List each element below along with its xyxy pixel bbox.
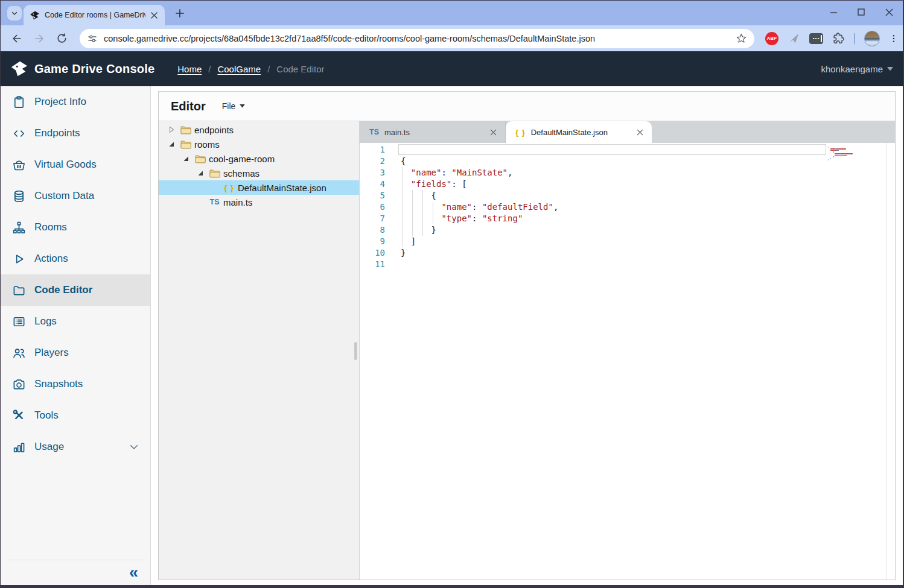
sidebar-item-usage[interactable]: Usage [1, 431, 150, 463]
database-icon [12, 189, 26, 203]
sidebar-collapse-button[interactable]: « [129, 564, 138, 581]
tree-item-defaultmainstate-json[interactable]: { }DefaultMainState.json [159, 180, 359, 195]
new-tab-button[interactable] [172, 5, 188, 21]
minimap-line [829, 155, 883, 156]
editor-panel-body: endpointsroomscool-game-roomschemas{ }De… [159, 121, 895, 580]
chevron-down-icon [11, 10, 18, 17]
browser-tab-strip: Code Editor rooms | GameDrive [1, 1, 903, 25]
tree-item-endpoints[interactable]: endpoints [159, 122, 359, 137]
brand[interactable]: Game Drive Console [10, 60, 154, 78]
indent-guide [402, 190, 403, 201]
back-button[interactable] [8, 30, 26, 48]
browser-menu-icon[interactable] [889, 34, 899, 43]
tree-expanded-arrow-icon[interactable] [180, 154, 192, 163]
tree-expanded-arrow-icon[interactable] [165, 139, 177, 149]
tree-scrollbar[interactable] [354, 342, 357, 360]
profile-avatar[interactable] [864, 31, 880, 46]
file-menu-label: File [222, 101, 236, 111]
editor-panel: Editor File endpointsroomscool-game-room… [158, 91, 896, 580]
file-tree: endpointsroomscool-game-roomschemas{ }De… [159, 121, 360, 580]
code-line: 2{ [360, 156, 895, 167]
tree-item-cool-game-room[interactable]: cool-game-room [159, 151, 359, 166]
code-line: 10} [360, 247, 895, 259]
forward-button[interactable] [30, 30, 48, 48]
extensions-puzzle-icon[interactable] [832, 32, 845, 45]
tree-item-schemas[interactable]: schemas [159, 166, 359, 180]
sidebar-item-label: Players [34, 347, 69, 359]
indent-guide [402, 224, 403, 236]
sidebar-item-players[interactable]: Players [1, 337, 150, 368]
sidebar-item-label: Actions [34, 253, 68, 265]
sidebar-item-label: Logs [34, 315, 57, 327]
sidebar-item-label: Snapshots [34, 378, 83, 390]
url-text[interactable]: console.gamedrive.cc/projects/68a045fbde… [104, 34, 736, 43]
tree-arrow-spacer [209, 183, 221, 192]
editor-tab-main-ts[interactable]: TSmain.ts [360, 121, 506, 143]
breadcrumb-item-home[interactable]: Home [177, 64, 202, 74]
camera-icon [12, 378, 26, 391]
minimap[interactable] [829, 145, 883, 163]
window-controls [820, 1, 903, 24]
code-line: 3 "name": "MainState", [360, 167, 895, 179]
minimap-line [829, 145, 883, 147]
bookmark-star-icon[interactable] [736, 33, 747, 44]
tree-item-label: rooms [194, 139, 220, 150]
sidebar-item-project-info[interactable]: Project Info [1, 86, 150, 118]
browser-window: Code Editor rooms | GameDrive [1, 1, 903, 585]
code-line-text: "type": "string" [385, 213, 895, 224]
code-line-text: "name": "MainState", [385, 167, 895, 179]
indent-guide [412, 213, 413, 224]
minimap-line [829, 151, 883, 153]
sidebar-item-snapshots[interactable]: Snapshots [1, 368, 150, 400]
sidebar-item-virtual-goods[interactable]: Virtual Goods [1, 149, 150, 180]
paper-plane-extension-icon[interactable] [788, 32, 800, 45]
editor-tab-defaultmainstate-json[interactable]: { }DefaultMainState.json [506, 121, 652, 143]
tab-close-icon[interactable] [488, 127, 498, 137]
browser-tab[interactable]: Code Editor rooms | GameDrive [24, 5, 165, 25]
breadcrumb-item-coolgame[interactable]: CoolGame [217, 64, 261, 74]
tree-item-rooms[interactable]: rooms [159, 137, 359, 151]
line-number: 5 [360, 190, 385, 201]
reload-button[interactable] [53, 30, 71, 48]
indent-guide [402, 213, 403, 224]
basket-icon [12, 158, 26, 172]
maximize-button[interactable] [847, 1, 875, 24]
browser-toolbar: console.gamedrive.cc/projects/68a045fbde… [1, 25, 903, 51]
tree-expanded-arrow-icon[interactable] [194, 168, 206, 178]
url-bar[interactable]: console.gamedrive.cc/projects/68a045fbde… [80, 29, 754, 48]
user-menu[interactable]: khonkaengame [821, 64, 893, 74]
tab-search-button[interactable] [7, 6, 22, 21]
password-manager-extension-icon[interactable]: ••• [809, 33, 823, 44]
folder-icon [12, 283, 26, 297]
folder-icon [180, 139, 191, 149]
close-window-button[interactable] [875, 1, 903, 24]
sidebar-item-rooms[interactable]: Rooms [1, 212, 150, 243]
sidebar-item-label: Code Editor [34, 284, 92, 296]
minimap-line [829, 156, 883, 157]
chevron-down-icon[interactable] [129, 441, 139, 452]
sidebar-item-endpoints[interactable]: Endpoints [1, 118, 150, 149]
code-line: 11 [360, 259, 895, 270]
file-menu-button[interactable]: File [222, 101, 246, 111]
code-line-text: { [385, 190, 895, 201]
site-settings-icon[interactable] [87, 33, 98, 44]
sidebar-item-tools[interactable]: Tools [1, 400, 150, 431]
folder-icon [194, 154, 206, 163]
code-icon [12, 127, 26, 141]
sidebar-item-custom-data[interactable]: Custom Data [1, 180, 150, 212]
tab-close-icon[interactable] [635, 127, 645, 137]
indent-guide [422, 224, 423, 236]
code-line: 4 "fields": [ [360, 179, 895, 190]
sidebar-item-code-editor[interactable]: Code Editor [1, 274, 150, 306]
minimize-button[interactable] [820, 1, 847, 24]
tree-item-main-ts[interactable]: TSmain.ts [159, 195, 359, 209]
tree-collapsed-arrow-icon[interactable] [165, 125, 177, 134]
sidebar-item-logs[interactable]: Logs [1, 306, 150, 337]
editor-scrollbar[interactable] [886, 143, 886, 580]
sidebar-item-actions[interactable]: Actions [1, 243, 150, 274]
tools-icon [12, 409, 26, 423]
tab-close-icon[interactable] [149, 10, 159, 20]
adblock-extension-icon[interactable]: ABP [765, 32, 778, 45]
code-editor[interactable]: 12{3 "name": "MainState",4 "fields": [5 … [360, 143, 895, 580]
code-line-text: "name": "defaultField", [385, 201, 895, 213]
